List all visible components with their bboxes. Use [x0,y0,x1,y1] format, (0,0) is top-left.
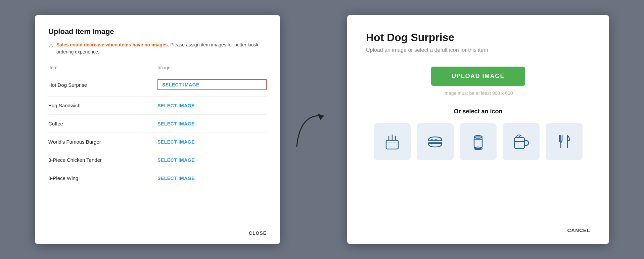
item-name: Hot Dog Surprise [48,82,157,88]
right-modal-subtitle: Upload an image or select a defult icon … [366,47,590,53]
arrow-connector [293,106,334,153]
svg-marker-0 [318,113,324,120]
warning-icon: ⚠ [48,42,54,51]
utensils-icon-card[interactable] [546,123,583,160]
right-modal-footer: CANCEL [366,219,590,233]
select-image-button-wing[interactable]: SELECT IMAGE [157,176,267,181]
svg-rect-14 [514,138,524,148]
table-row: Egg Sandwich SELECT IMAGE [48,97,267,115]
beer-mug-icon-card[interactable] [503,123,540,160]
or-select-label: Or select an icon [366,108,590,115]
table-header: Item Image [48,65,267,73]
item-name: Coffee [48,121,157,126]
right-modal-title: Hot Dog Surprise [366,31,590,44]
fries-icon-card[interactable] [374,123,411,160]
beer-mug-icon [510,131,532,152]
table-row: World's Famous Burger SELECT IMAGE [48,133,267,151]
warning-text: Sales could decrease when items have no … [56,41,267,56]
upload-image-button[interactable]: UPLOAD IMAGE [431,67,525,86]
warning-bold-text: Sales could decrease when items have no … [56,42,169,47]
select-image-button-eggsandwich[interactable]: SELECT IMAGE [157,103,267,108]
warning-banner: ⚠ Sales could decrease when items have n… [48,41,267,56]
drink-can-icon-card[interactable] [460,123,497,160]
close-button[interactable]: CLOSE [249,230,267,236]
select-image-button-burger[interactable]: SELECT IMAGE [157,139,267,145]
item-name: 3-Piece Chicken Tender [48,157,157,163]
cancel-button[interactable]: CANCEL [567,227,591,233]
burger-icon-card[interactable] [417,123,454,160]
image-size-hint: Image must be at least 900 x 600 [443,90,513,96]
table-row: 8-Piece Wing SELECT IMAGE [48,169,267,187]
drink-can-icon [467,131,489,152]
item-name: 8-Piece Wing [48,175,157,181]
select-image-button-coffee[interactable]: SELECT IMAGE [157,121,267,126]
col-item-label: Item [48,65,157,70]
burger-icon [424,131,446,152]
upload-icon-select-modal: Hot Dog Surprise Upload an image or sele… [347,15,609,244]
col-image-label: Image [157,65,267,70]
svg-rect-1 [386,140,398,149]
item-name: World's Famous Burger [48,139,157,145]
utensils-icon [553,131,575,152]
table-row: Coffee SELECT IMAGE [48,115,267,133]
left-modal-title: Upload Item Image [48,27,267,36]
upload-section: UPLOAD IMAGE Image must be at least 900 … [366,67,590,108]
item-name: Egg Sandwich [48,103,157,108]
select-image-button-chicken[interactable]: SELECT IMAGE [157,157,267,163]
left-modal-footer: CLOSE [48,224,267,236]
fries-icon [381,131,403,152]
table-row: 3-Piece Chicken Tender SELECT IMAGE [48,151,267,169]
select-image-button-hotdog[interactable]: SELECT IMAGE [157,79,267,90]
upload-item-image-modal: Upload Item Image ⚠ Sales could decrease… [35,15,280,244]
table-row: Hot Dog Surprise SELECT IMAGE [48,73,267,97]
icon-row [366,123,590,160]
